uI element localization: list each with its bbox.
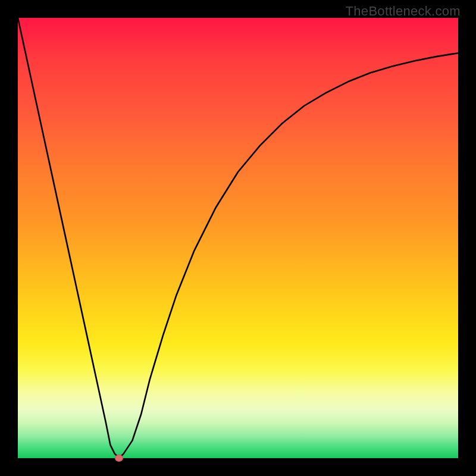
- curve-layer: [18, 18, 458, 458]
- chart-frame: TheBottleneck.com: [0, 0, 476, 476]
- minimum-marker: [115, 455, 123, 462]
- bottleneck-curve: [18, 18, 458, 458]
- plot-area: [18, 18, 458, 458]
- watermark-text: TheBottleneck.com: [346, 4, 461, 19]
